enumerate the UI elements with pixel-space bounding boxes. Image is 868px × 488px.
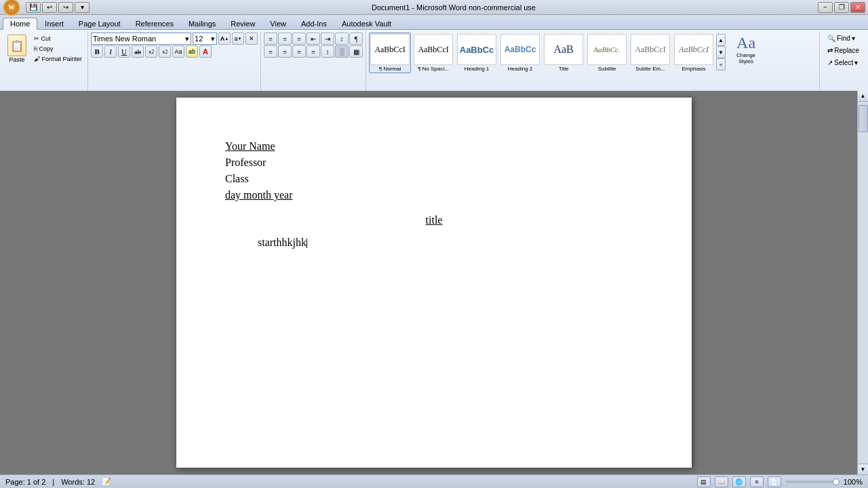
- style-heading2[interactable]: AaBbCc Heading 2: [499, 33, 541, 73]
- close-btn[interactable]: ✕: [850, 2, 865, 13]
- strikethrough-button[interactable]: ab: [132, 45, 144, 58]
- change-case-button[interactable]: Aa: [172, 45, 184, 58]
- copy-button[interactable]: ⎘ Copy: [31, 44, 85, 54]
- sort-button[interactable]: ↕: [335, 33, 349, 45]
- doc-line-body: starthhkjhk: [225, 235, 643, 251]
- zoom-thumb[interactable]: [833, 479, 840, 485]
- doc-line-class: Class: [225, 171, 643, 187]
- minimize-btn[interactable]: −: [818, 2, 833, 13]
- zoom-slider[interactable]: [785, 478, 840, 486]
- shading-button[interactable]: ░: [335, 45, 349, 58]
- page[interactable]: Your Name Professor Class day month year…: [176, 98, 692, 468]
- vertical-scrollbar[interactable]: ▲ ▼: [857, 91, 868, 474]
- text-cursor: [307, 239, 307, 248]
- undo-btn[interactable]: ↩: [42, 2, 57, 13]
- styles-scroll-more[interactable]: ≡: [716, 58, 726, 70]
- styles-content: AaBbCcI ¶ Normal AaBbCcI ¶ No Spaci... A…: [369, 33, 816, 94]
- bold-button[interactable]: B: [91, 45, 103, 58]
- justify-button[interactable]: ≡: [307, 45, 320, 58]
- styles-scroll: ▲ ▼ ≡: [716, 33, 726, 72]
- tab-review[interactable]: Review: [223, 18, 262, 29]
- para-row2: ≡ ≡ ≡ ≡ ↕ ░ ▦: [264, 45, 363, 58]
- style-heading2-preview: AaBbCc: [500, 34, 540, 65]
- paste-label: Paste: [9, 56, 24, 63]
- align-left-button[interactable]: ≡: [264, 45, 277, 58]
- outline-btn[interactable]: ≡: [750, 476, 764, 487]
- find-button[interactable]: 🔍 Find ▾: [823, 33, 864, 44]
- document-area[interactable]: Your Name Professor Class day month year…: [0, 91, 868, 474]
- zoom-track: [785, 481, 840, 483]
- draft-btn[interactable]: 📄: [768, 476, 781, 487]
- styles-scroll-up[interactable]: ▲: [716, 34, 726, 46]
- paste-icon: 📋: [7, 35, 26, 56]
- word-count: Words: 12: [61, 478, 95, 486]
- restore-btn[interactable]: ❐: [834, 2, 849, 13]
- italic-button[interactable]: I: [104, 45, 117, 58]
- change-styles-icon: Aa: [736, 34, 755, 52]
- bullets-button[interactable]: ≡: [264, 33, 277, 45]
- tab-home[interactable]: Home: [3, 18, 37, 30]
- tab-autodesk-vault[interactable]: Autodesk Vault: [334, 18, 399, 29]
- style-no-spacing-label: ¶ No Spaci...: [418, 66, 449, 72]
- superscript-button[interactable]: x2: [159, 45, 171, 58]
- replace-button[interactable]: ⇄ Replace: [823, 45, 864, 56]
- borders-button[interactable]: ▦: [349, 45, 363, 58]
- decrease-indent-button[interactable]: ⇤: [307, 33, 320, 45]
- doc-line-professor: Professor: [225, 155, 643, 171]
- scroll-track[interactable]: [858, 102, 869, 474]
- format-painter-button[interactable]: 🖌 Format Painter: [31, 54, 85, 64]
- select-button[interactable]: ↗ Select ▾: [823, 57, 864, 68]
- web-layout-btn[interactable]: 🌐: [732, 476, 746, 487]
- scroll-thumb[interactable]: [859, 105, 868, 132]
- scroll-up-arrow[interactable]: ▲: [858, 91, 869, 102]
- cut-button[interactable]: ✂ Cut: [31, 34, 85, 43]
- styles-scroll-down[interactable]: ▼: [716, 46, 726, 58]
- redo-btn[interactable]: ↪: [58, 2, 73, 13]
- scroll-down-arrow[interactable]: ▼: [858, 464, 869, 474]
- style-no-spacing[interactable]: AaBbCcI ¶ No Spaci...: [412, 33, 454, 73]
- tab-view[interactable]: View: [262, 18, 294, 29]
- style-normal[interactable]: AaBbCcI ¶ Normal: [369, 33, 411, 73]
- statusbar: Page: 1 of 2 | Words: 12 📝 ▤ 📖 🌐 ≡ 📄 100…: [0, 474, 868, 488]
- tab-references[interactable]: References: [128, 18, 181, 29]
- style-emphasis[interactable]: AaBbCcI Emphasis: [673, 33, 715, 73]
- doc-line-title: title: [225, 214, 643, 226]
- style-heading1-label: Heading 1: [465, 66, 489, 72]
- tab-mailings[interactable]: Mailings: [181, 18, 223, 29]
- line-spacing-button[interactable]: ↕: [321, 45, 334, 58]
- style-subtitle-preview: AaBbCc.: [587, 34, 627, 65]
- style-title[interactable]: AaB Title: [542, 33, 585, 73]
- font-name-dropdown[interactable]: Times New Roman ▾: [91, 33, 191, 45]
- office-button[interactable]: W: [3, 0, 20, 16]
- underline-button[interactable]: U: [118, 45, 130, 58]
- increase-indent-button[interactable]: ⇥: [321, 33, 334, 45]
- style-heading1[interactable]: AaBbCc Heading 1: [456, 33, 498, 73]
- show-hide-button[interactable]: ¶: [349, 33, 363, 45]
- full-reading-btn[interactable]: 📖: [715, 476, 728, 487]
- style-subtitle[interactable]: AaBbCc. Subtitle: [586, 33, 628, 73]
- titlebar-left: W 💾 ↩ ↪ ▾: [3, 0, 90, 16]
- multilevel-list-button[interactable]: ≡: [292, 33, 306, 45]
- highlight-button[interactable]: ab: [186, 45, 198, 58]
- tab-page-layout[interactable]: Page Layout: [71, 18, 128, 29]
- print-layout-btn[interactable]: ▤: [697, 476, 711, 487]
- font-size-dropdown[interactable]: 12 ▾: [193, 33, 217, 45]
- align-right-button[interactable]: ≡: [292, 45, 306, 58]
- tab-insert[interactable]: Insert: [37, 18, 71, 29]
- clear-format-button[interactable]: ✕: [245, 33, 258, 45]
- shrink-font-button[interactable]: a▼: [232, 33, 244, 45]
- change-styles-button[interactable]: Aa ChangeStyles: [727, 33, 765, 66]
- customize-btn[interactable]: ▾: [75, 2, 90, 13]
- style-heading1-preview: AaBbCc: [457, 34, 496, 65]
- grow-font-button[interactable]: A▲: [218, 33, 231, 45]
- font-color-button[interactable]: A: [199, 45, 212, 58]
- font-content: Times New Roman ▾ 12 ▾ A▲ a▼ ✕ B I U ab: [91, 33, 258, 94]
- tab-add-ins[interactable]: Add-Ins: [294, 18, 334, 29]
- subscript-button[interactable]: x2: [145, 45, 157, 58]
- numbering-button[interactable]: ≡: [278, 33, 292, 45]
- save-quick-btn[interactable]: 💾: [26, 2, 41, 13]
- style-normal-preview: AaBbCcI: [370, 34, 410, 65]
- align-center-button[interactable]: ≡: [278, 45, 292, 58]
- paste-button[interactable]: 📋 Paste: [4, 33, 30, 65]
- style-subtle-em[interactable]: AaBbCcI Subtle Em...: [629, 33, 671, 73]
